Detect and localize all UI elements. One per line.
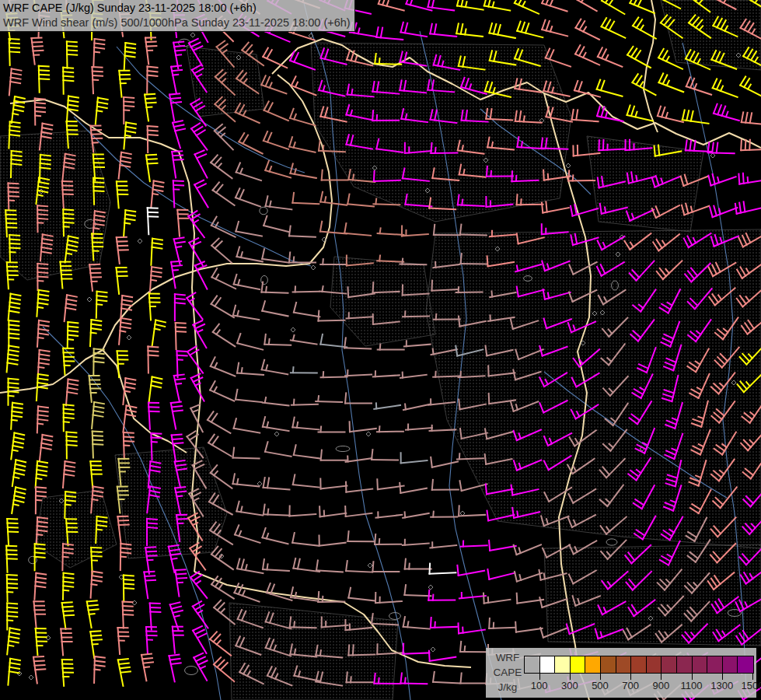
legend-colorbar — [524, 656, 754, 674]
legend-cell — [601, 656, 616, 673]
legend-tick — [692, 674, 693, 680]
legend-text-line: CAPE — [492, 665, 523, 680]
cape-legend: WRFCAPEJ/kg 100300500700900110013001500 — [486, 648, 756, 698]
title-panel: WRF CAPE (J/kg) Sunday 23-11-2025 18:00 … — [0, 0, 355, 32]
legend-tick-label: 100 — [524, 680, 554, 691]
legend-cell — [723, 656, 738, 673]
weather-map-screenshot: WRF CAPE (J/kg) Sunday 23-11-2025 18:00 … — [0, 0, 761, 700]
legend-cell — [647, 656, 662, 673]
legend-title: WRFCAPEJ/kg — [492, 650, 523, 695]
legend-tick — [661, 674, 662, 680]
map-title-cape: WRF CAPE (J/kg) Sunday 23-11-2025 18:00 … — [3, 1, 354, 16]
legend-cell — [677, 656, 693, 673]
legend-cell — [525, 656, 540, 673]
legend-tick — [752, 674, 753, 680]
legend-tick — [539, 674, 540, 680]
legend-text-line: WRF — [492, 650, 523, 665]
legend-cell — [555, 656, 571, 673]
legend-tick-label: 1300 — [707, 680, 737, 691]
legend-text-line: J/kg — [492, 680, 523, 695]
legend-cell — [616, 656, 632, 673]
legend-cell — [738, 656, 753, 673]
wind-barb-map — [0, 0, 761, 700]
legend-tick — [722, 674, 723, 680]
legend-cell — [585, 656, 601, 673]
legend-tick-label: 1500 — [737, 680, 761, 691]
legend-tick-label: 500 — [585, 680, 615, 691]
legend-tick-label: 300 — [554, 680, 585, 691]
legend-cell — [631, 656, 647, 673]
legend-cell — [693, 656, 708, 673]
legend-tick-label: 700 — [616, 680, 646, 691]
legend-cell — [662, 656, 677, 673]
legend-cell — [571, 656, 586, 673]
legend-tick — [630, 674, 631, 680]
legend-tick-label: 900 — [646, 680, 676, 691]
legend-cell — [540, 656, 556, 673]
legend-cell — [707, 656, 723, 673]
map-title-windshear: WRF Wind shear (m/s) 500/1000hPa Sunday … — [3, 16, 354, 30]
legend-tick — [570, 674, 571, 680]
legend-tick-label: 1100 — [676, 680, 707, 691]
legend-tick — [600, 674, 601, 680]
